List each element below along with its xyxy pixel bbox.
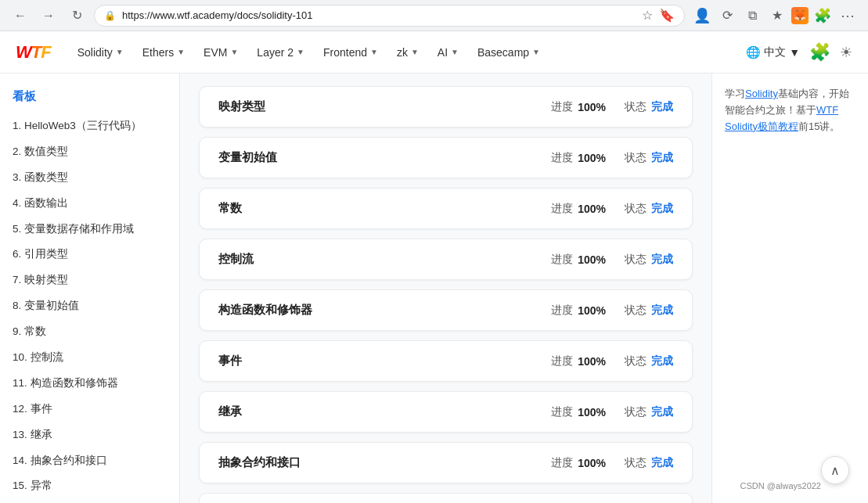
card-progress: 进度 100% (551, 151, 606, 165)
course-title: 构造函数和修饰器 (218, 303, 312, 318)
course-card[interactable]: 继承 进度 100% 状态 完成 (199, 391, 693, 433)
sidebar-item-7[interactable]: 7. 映射类型 (0, 268, 179, 293)
card-right: 进度 100% 状态 完成 (551, 354, 673, 368)
card-status: 状态 完成 (625, 151, 673, 165)
progress-value: 100% (578, 152, 606, 164)
course-title: 继承 (218, 404, 242, 419)
theme-toggle-icon[interactable]: ☀ (840, 44, 852, 61)
nav-solidity-label: Solidity (77, 46, 113, 59)
card-status: 状态 完成 (625, 253, 673, 267)
course-card[interactable]: 常数 进度 100% 状态 完成 (199, 188, 693, 229)
course-card[interactable]: 构造函数和修饰器 进度 100% 状态 完成 (199, 289, 693, 331)
watermark: CSDN @always2022 (740, 481, 822, 490)
sidebar: 看板 1. HelloWeb3（三行代码） 2. 数值类型 3. 函数类型 4.… (0, 74, 180, 503)
puzzle-icon[interactable]: 🧩 (809, 42, 830, 63)
course-card[interactable]: 抽象合约和接口 进度 100% 状态 完成 (199, 442, 693, 483)
card-progress: 进度 100% (551, 202, 606, 216)
sidebar-item-13[interactable]: 13. 继承 (0, 422, 179, 448)
course-card[interactable]: 事件 进度 100% 状态 完成 (199, 340, 693, 382)
nav-layer2[interactable]: Layer 2 ▼ (249, 41, 312, 63)
status-badge: 完成 (651, 304, 673, 318)
progress-label: 进度 (551, 405, 573, 419)
nav-evm[interactable]: EVM ▼ (196, 41, 246, 63)
bookmark-icon[interactable]: ★ (766, 5, 788, 27)
status-badge: 完成 (651, 405, 673, 419)
sidebar-item-1[interactable]: 1. HelloWeb3（三行代码） (0, 113, 179, 139)
fox-extension-icon[interactable]: 🦊 (791, 7, 809, 24)
card-progress: 进度 100% (551, 253, 606, 267)
more-options-button[interactable]: ⋯ (837, 5, 859, 27)
language-button[interactable]: 🌐 中文 ▼ (746, 45, 800, 59)
sidebar-item-8[interactable]: 8. 变量初始值 (0, 293, 179, 319)
course-title: 映射类型 (218, 99, 265, 114)
translate-icon: 🌐 (746, 45, 761, 59)
sidebar-item-2[interactable]: 2. 数值类型 (0, 139, 179, 165)
profile-icon[interactable]: 👤 (691, 5, 713, 27)
nav-zk-chevron: ▼ (411, 48, 419, 56)
back-button[interactable]: ← (9, 5, 31, 27)
card-status: 状态 完成 (625, 202, 673, 216)
nav-basecamp-label: Basecamp (477, 46, 529, 59)
sidebar-item-10[interactable]: 10. 控制流 (0, 345, 179, 371)
course-title: 控制流 (218, 252, 254, 267)
sidebar-item-9[interactable]: 9. 常数 (0, 319, 179, 345)
nav-zk-label: zk (397, 46, 408, 59)
nav-frontend-label: Frontend (323, 46, 367, 59)
right-panel-text-3: 前15讲。 (798, 120, 840, 132)
card-right: 进度 100% 状态 完成 (551, 253, 673, 267)
course-card[interactable]: 异常 进度 100% 状态 完成 (199, 493, 693, 503)
nav-ai-label: AI (438, 46, 448, 59)
progress-label: 进度 (551, 253, 573, 267)
progress-value: 100% (578, 355, 606, 368)
status-badge: 完成 (651, 253, 673, 267)
card-progress: 进度 100% (551, 405, 606, 419)
progress-value: 100% (578, 406, 606, 419)
sync-icon[interactable]: ⟳ (716, 5, 738, 27)
lang-label: 中文 (764, 45, 786, 59)
course-card[interactable]: 变量初始值 进度 100% 状态 完成 (199, 137, 693, 178)
star-icon[interactable]: ☆ (642, 8, 653, 23)
sidebar-item-14[interactable]: 14. 抽象合约和接口 (0, 448, 179, 474)
nav-evm-chevron: ▼ (230, 48, 238, 56)
card-right: 进度 100% 状态 完成 (551, 151, 673, 165)
url-text: https://www.wtf.academy/docs/solidity-10… (122, 9, 636, 21)
solidity-link[interactable]: Solidity (745, 88, 778, 99)
sidebar-item-3[interactable]: 3. 函数类型 (0, 165, 179, 191)
sidebar-item-11[interactable]: 11. 构造函数和修饰器 (0, 371, 179, 397)
progress-label: 进度 (551, 202, 573, 216)
course-title: 变量初始值 (218, 150, 277, 165)
sidebar-item-15[interactable]: 15. 异常 (0, 473, 179, 499)
lang-chevron: ▼ (789, 46, 800, 59)
site-logo[interactable]: WTF (16, 42, 51, 63)
course-title: 常数 (218, 201, 242, 216)
progress-label: 进度 (551, 354, 573, 368)
address-bar[interactable]: 🔒 https://www.wtf.academy/docs/solidity-… (94, 5, 685, 27)
puzzle-extension-icon[interactable]: 🧩 (812, 5, 834, 27)
nav-basecamp[interactable]: Basecamp ▼ (470, 41, 548, 63)
nav-ethers[interactable]: Ethers ▼ (135, 41, 193, 63)
scroll-to-top-button[interactable]: ∧ (821, 456, 849, 484)
nav-ethers-label: Ethers (142, 46, 174, 59)
status-label: 状态 (625, 304, 646, 318)
progress-label: 进度 (551, 304, 573, 318)
nav-solidity[interactable]: Solidity ▼ (70, 41, 131, 63)
sidebar-item-4[interactable]: 4. 函数输出 (0, 191, 179, 217)
sidebar-item-6[interactable]: 6. 引用类型 (0, 242, 179, 268)
forward-button[interactable]: → (38, 5, 59, 27)
site-header: WTF Solidity ▼ Ethers ▼ EVM ▼ Layer 2 ▼ … (0, 31, 868, 74)
nav-ai[interactable]: AI ▼ (430, 41, 466, 63)
extension-icon[interactable]: 🔖 (659, 8, 675, 23)
nav-zk[interactable]: zk ▼ (389, 41, 427, 63)
refresh-button[interactable]: ↻ (66, 5, 88, 27)
header-right: 🌐 中文 ▼ 🧩 ☀ (746, 42, 852, 63)
course-title: 事件 (218, 354, 242, 368)
sidebar-item-12[interactable]: 12. 事件 (0, 397, 179, 422)
course-card[interactable]: 映射类型 进度 100% 状态 完成 (199, 86, 693, 128)
course-card[interactable]: 控制流 进度 100% 状态 完成 (199, 239, 693, 280)
nav-frontend[interactable]: Frontend ▼ (315, 41, 386, 63)
nav-layer2-label: Layer 2 (257, 46, 294, 59)
sidebar-item-5[interactable]: 5. 变量数据存储和作用域 (0, 217, 179, 243)
status-badge: 完成 (651, 151, 673, 165)
split-view-icon[interactable]: ⧉ (741, 5, 763, 27)
course-title: 抽象合约和接口 (218, 455, 301, 470)
